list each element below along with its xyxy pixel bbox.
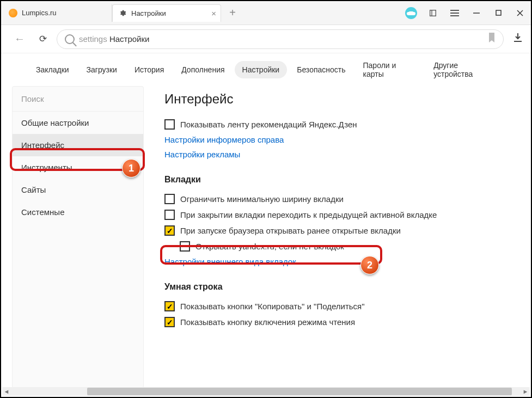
svg-rect-5 <box>496 10 501 15</box>
zen-checkbox-row[interactable]: Показывать ленту рекомендаций Яндекс.Дзе… <box>164 117 516 132</box>
checkbox-label: При запуске браузера открывать ранее отк… <box>180 226 401 235</box>
checkbox-icon[interactable] <box>164 225 175 236</box>
minimize-button[interactable] <box>466 4 487 22</box>
sidebar-search[interactable]: Поиск <box>13 87 143 112</box>
checkbox-icon[interactable] <box>164 194 175 204</box>
nav-security[interactable]: Безопасность <box>289 61 353 78</box>
menu-icon[interactable] <box>444 4 466 22</box>
downloads-icon[interactable] <box>513 33 522 45</box>
reader-mode-button-row[interactable]: Показывать кнопку включения режима чтени… <box>164 314 516 330</box>
omnibox-text: settings Настройки <box>79 34 149 44</box>
sidebar-item-general[interactable]: Общие настройки <box>13 112 143 134</box>
scroll-right-icon[interactable]: ► <box>521 388 530 395</box>
checkbox-label: Показывать кнопки "Копировать" и "Подели… <box>180 302 365 311</box>
bookmark-icon[interactable] <box>488 33 496 45</box>
tab-label: Настройки <box>131 9 166 17</box>
limit-tab-width-row[interactable]: Ограничить минимальную ширину вкладки <box>164 191 516 207</box>
nav-devices[interactable]: Другие устройства <box>426 57 504 83</box>
checkbox-label: Ограничить минимальную ширину вкладки <box>180 194 344 204</box>
collections-icon[interactable] <box>422 4 444 22</box>
nav-settings[interactable]: Настройки <box>235 61 288 78</box>
smartbar-section-heading: Умная строка <box>164 282 516 292</box>
title-bar: Lumpics.ru Настройки × + <box>1 1 531 25</box>
omnibox[interactable]: settings Настройки <box>57 29 504 49</box>
copy-share-buttons-row[interactable]: Показывать кнопки "Копировать" и "Подели… <box>164 298 516 314</box>
checkbox-icon[interactable] <box>164 317 175 327</box>
restore-tabs-row[interactable]: При запуске браузера открывать ранее отк… <box>164 223 516 238</box>
checkbox-icon[interactable] <box>164 301 175 311</box>
tab-label: Lumpics.ru <box>22 9 57 17</box>
nav-bookmarks[interactable]: Закладки <box>28 61 77 78</box>
horizontal-scrollbar[interactable]: ◄ ► <box>2 387 530 396</box>
annotation-highlight-2 <box>160 245 382 265</box>
settings-topnav: Закладки Загрузки История Дополнения Нас… <box>1 53 531 86</box>
nav-passwords[interactable]: Пароли и карты <box>356 57 424 83</box>
nav-history[interactable]: История <box>127 61 172 78</box>
tab-settings[interactable]: Настройки × <box>112 4 221 22</box>
checkbox-icon[interactable] <box>164 210 175 220</box>
tabs-section-heading: Вкладки <box>164 175 516 185</box>
cloud-icon[interactable] <box>400 4 422 22</box>
maximize-button[interactable] <box>487 4 509 22</box>
annotation-badge-1: 1 <box>122 159 140 177</box>
informers-link[interactable]: Настройки информеров справа <box>164 132 516 147</box>
sidebar-item-system[interactable]: Системные <box>13 201 143 223</box>
nav-addons[interactable]: Дополнения <box>174 61 232 78</box>
page-title: Интерфейс <box>164 91 516 107</box>
gear-icon <box>118 9 127 17</box>
checkbox-icon[interactable] <box>164 119 175 130</box>
reload-button[interactable]: ⟳ <box>35 31 51 47</box>
checkbox-label: Показывать ленту рекомендаций Яндекс.Дзе… <box>180 120 357 129</box>
checkbox-label: При закрытии вкладки переходить к предыд… <box>180 210 437 219</box>
content-area: Поиск Общие настройки Интерфейс Инструме… <box>1 86 531 388</box>
settings-main: Интерфейс Показывать ленту рекомендаций … <box>154 86 521 388</box>
settings-sidebar: Поиск Общие настройки Интерфейс Инструме… <box>12 86 144 388</box>
ads-link[interactable]: Настройки рекламы <box>164 147 516 162</box>
svg-rect-0 <box>430 10 436 16</box>
new-tab-button[interactable]: + <box>224 5 241 21</box>
scrollbar-thumb[interactable] <box>87 388 512 395</box>
scroll-left-icon[interactable]: ◄ <box>2 388 11 395</box>
back-button[interactable]: ← <box>10 30 29 47</box>
tab-lumpics[interactable]: Lumpics.ru <box>3 4 112 22</box>
checkbox-label: Показывать кнопку включения режима чтени… <box>180 317 355 327</box>
lumpics-favicon-icon <box>9 9 17 17</box>
close-tab-previous-row[interactable]: При закрытии вкладки переходить к предыд… <box>164 207 516 223</box>
annotation-badge-2: 2 <box>360 256 379 274</box>
address-bar: ← ⟳ settings Настройки <box>1 25 531 53</box>
nav-downloads[interactable]: Загрузки <box>79 61 125 78</box>
close-window-button[interactable] <box>509 4 531 22</box>
search-engine-icon <box>65 34 75 44</box>
sidebar-item-sites[interactable]: Сайты <box>13 179 143 201</box>
close-tab-icon[interactable]: × <box>211 9 216 18</box>
